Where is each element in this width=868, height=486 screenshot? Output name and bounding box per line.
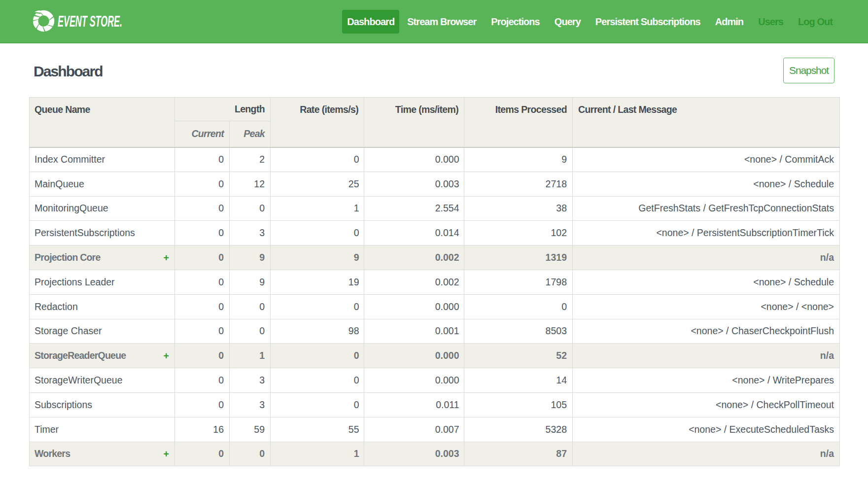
svg-text:EVENT STORE.: EVENT STORE. bbox=[58, 13, 122, 30]
